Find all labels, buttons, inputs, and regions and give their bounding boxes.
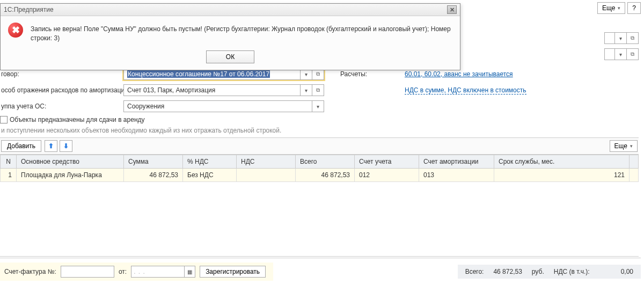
col-n[interactable]: N [1,155,17,169]
table-row[interactable]: 1 Площадка для Луна-Парка 46 872,53 Без … [1,169,639,182]
col-amort-acc[interactable]: Счет амортизации [419,155,494,169]
date-placeholder: . . . [134,268,145,275]
dialog-message: Запись не верна! Поле "Сумма НУ" должно … [31,23,452,43]
scrollbar-gap [630,155,639,169]
col-sum[interactable]: Сумма [124,155,183,169]
table-toolbar: Добавить ⬆ ⬇ Еще [0,137,639,155]
vat-link[interactable]: НДС в сумме, НДС включен в стоимость [405,86,526,94]
error-dialog: 1С:Предприятие ✕ ✖ Запись не верна! Поле… [0,3,460,70]
amort-input[interactable]: Счет 013, Парк, Амортизация [123,84,301,96]
dialog-titlebar: 1С:Предприятие ✕ [1,4,460,16]
checkbox-row: Объекты предназначены для сдачи в аренду [0,116,639,123]
arrow-up-icon: ⬆ [48,142,54,150]
col-vat-pct[interactable]: % НДС [183,155,237,169]
label-calc: Расчеты: [340,70,405,78]
close-icon[interactable]: ✕ [447,5,457,14]
cell-amort-acc: 013 [419,169,494,182]
checkbox-label: Объекты предназначены для сдачи в аренду [10,116,145,123]
cell-term: 121 [494,169,630,182]
amort-dropdown-icon[interactable]: ▾ [301,84,312,96]
invoice-section: Счет-фактура №: от: . . . ▦ Зарегистриро… [0,263,273,281]
group-field-wrap: Сооружения ▾ [123,100,324,112]
assets-table: N Основное средство Сумма % НДС НДС Всег… [0,155,639,182]
col-vat[interactable]: НДС [237,155,296,169]
row-group: уппа учета ОС: Сооружения ▾ [0,100,639,113]
error-icon: ✖ [8,23,23,38]
amort-open-icon[interactable]: ⧉ [312,84,324,96]
dialog-title: 1С:Предприятие [4,6,54,13]
cell-asset: Площадка для Луна-Парка [17,169,124,182]
dialog-body: ✖ Запись не верна! Поле "Сумма НУ" должн… [1,16,460,46]
total-value: 46 872,53 [493,268,522,275]
cell-vat [237,169,296,182]
more-button[interactable]: Еще [597,2,625,14]
cell-vat-pct: Без НДС [183,169,237,182]
invoice-number-input[interactable] [61,266,114,278]
row-amort: особ отражения расходов по амортизации: … [0,84,639,97]
arrow-down-icon: ⬇ [63,142,69,150]
help-button[interactable]: ? [627,2,641,14]
amort-field-wrap: Счет 013, Парк, Амортизация ▾ ⧉ [123,84,324,96]
move-up-button[interactable]: ⬆ [45,140,57,152]
total-label: Всего: [465,268,484,275]
dialog-footer: ОК [1,46,460,70]
table-header-row: N Основное средство Сумма % НДС НДС Всег… [1,155,639,169]
table-more-button[interactable]: Еще [610,140,638,152]
top-right-controls: Еще ? [597,2,641,14]
table-container: N Основное средство Сумма % НДС НДС Всег… [0,155,639,257]
label-group: уппа учета ОС: [0,103,123,110]
col-total[interactable]: Всего [296,155,355,169]
add-button[interactable]: Добавить [1,140,41,152]
label-amort: особ отражения расходов по амортизации: [0,86,123,94]
invoice-label: Счет-фактура №: [4,268,56,275]
group-dropdown-icon[interactable]: ▾ [312,100,324,112]
from-label: от: [119,268,127,275]
col-acc[interactable]: Счет учета [355,155,419,169]
group-input[interactable]: Сооружения [123,100,312,112]
cell-n: 1 [1,169,17,182]
calendar-icon[interactable]: ▦ [184,266,195,277]
cell-gap [630,169,639,182]
cell-total: 46 872,53 [296,169,355,182]
totals-section: Всего: 46 872,53 руб. НДС (в т.ч.): 0,00 [458,265,641,279]
cell-sum: 46 872,53 [124,169,183,182]
label-contract: говор: [0,70,123,78]
rent-checkbox[interactable] [0,116,8,123]
move-down-button[interactable]: ⬇ [60,140,72,152]
register-button[interactable]: Зарегистрировать [200,266,266,278]
cell-acc: 012 [355,169,419,182]
vat-total-label: НДС (в т.ч.): [554,268,590,275]
vat-total-value: 0,00 [621,268,633,275]
currency: руб. [532,268,544,275]
ok-button[interactable]: ОК [206,50,254,63]
calc-link[interactable]: 60.01, 60.02, аванс не зачитывается [405,70,513,78]
col-term[interactable]: Срок службы, мес. [494,155,630,169]
footer: Счет-фактура №: от: . . . ▦ Зарегистриро… [0,258,641,281]
hint-text: и поступлении нескольких объектов необхо… [0,127,639,134]
invoice-date-input[interactable]: . . . ▦ [131,266,195,278]
col-asset[interactable]: Основное средство [17,155,124,169]
